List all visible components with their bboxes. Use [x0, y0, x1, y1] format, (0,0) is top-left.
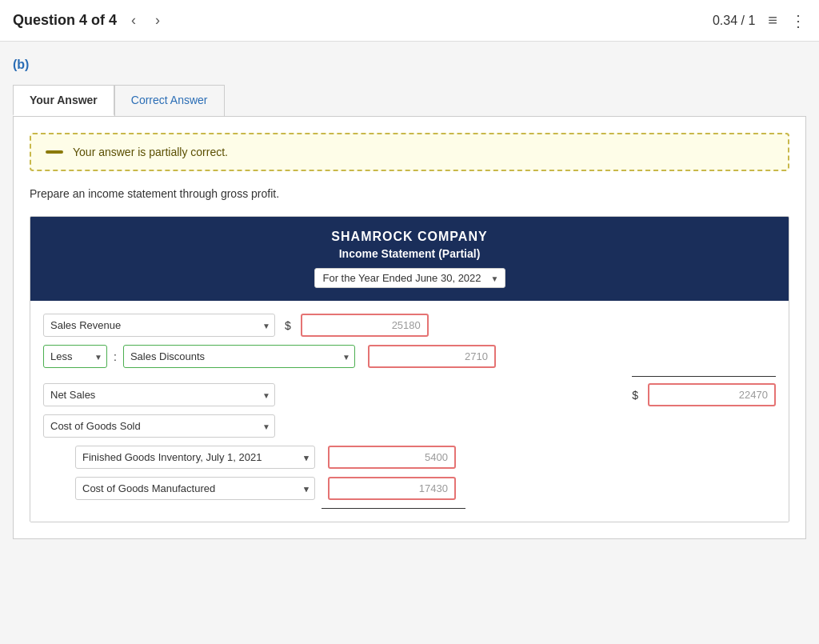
cogs-select[interactable]: Cost of Goods Sold: [43, 414, 275, 438]
cogm-select[interactable]: Cost of Goods Manufactured: [75, 477, 315, 500]
finished-goods-input[interactable]: [328, 446, 456, 469]
colon-separator: :: [114, 350, 117, 363]
cogs-select-wrapper[interactable]: Cost of Goods Sold: [43, 414, 275, 438]
partial-text: Your answer is partially correct.: [73, 146, 228, 158]
tab-your-answer[interactable]: Your Answer: [13, 85, 114, 116]
cogm-select-wrapper[interactable]: Cost of Goods Manufactured ▼: [75, 477, 315, 500]
more-icon[interactable]: ⋮: [790, 11, 806, 30]
partial-correct-banner: Your answer is partially correct.: [30, 133, 789, 171]
less-select[interactable]: Less: [43, 345, 107, 368]
tabs-container: Your Answer Correct Answer: [13, 85, 806, 116]
table-row: Net Sales $: [43, 383, 776, 406]
question-title: Question 4 of 4: [13, 12, 117, 29]
net-sales-select[interactable]: Net Sales: [43, 383, 275, 406]
tab-content-your-answer: Your answer is partially correct. Prepar…: [13, 116, 806, 539]
sales-discounts-input[interactable]: [368, 345, 496, 368]
minus-icon: [46, 150, 63, 154]
cogm-input[interactable]: [328, 477, 456, 500]
header-right: 0.34 / 1 ≡ ⋮: [713, 11, 806, 30]
period-wrapper[interactable]: For the Year Ended June 30, 2022: [314, 268, 505, 288]
table-row: Cost of Goods Sold: [43, 414, 776, 438]
sales-revenue-input[interactable]: [301, 314, 429, 337]
sales-discounts-select[interactable]: Sales Discounts: [123, 345, 355, 368]
table-row: Cost of Goods Manufactured ▼: [75, 477, 776, 500]
income-statement: SHAMROCK COMPANY Income Statement (Parti…: [30, 216, 789, 522]
table-row: Finished Goods Inventory, July 1, 2021 ▼: [75, 446, 776, 469]
instruction-text: Prepare an income statement through gros…: [30, 187, 789, 200]
sales-revenue-select[interactable]: Sales Revenue: [43, 314, 275, 337]
period-select[interactable]: For the Year Ended June 30, 2022: [314, 268, 505, 288]
finished-goods-select[interactable]: Finished Goods Inventory, July 1, 2021: [75, 446, 315, 469]
net-sales-select-wrapper[interactable]: Net Sales: [43, 383, 275, 406]
part-label: (b): [13, 58, 806, 72]
statement-body: Sales Revenue $ Less :: [30, 301, 789, 522]
prev-button[interactable]: ‹: [126, 9, 141, 32]
table-row: Less : Sales Discounts: [43, 345, 776, 368]
net-sales-input[interactable]: [648, 383, 776, 406]
main-content: (b) Your Answer Correct Answer Your answ…: [0, 42, 819, 644]
dollar-sign-2: $: [629, 389, 641, 402]
sales-revenue-select-wrapper[interactable]: Sales Revenue: [43, 314, 275, 337]
finished-goods-select-wrapper[interactable]: Finished Goods Inventory, July 1, 2021 ▼: [75, 446, 315, 469]
next-button[interactable]: ›: [150, 9, 165, 32]
list-icon[interactable]: ≡: [768, 11, 777, 30]
statement-header: SHAMROCK COMPANY Income Statement (Parti…: [30, 217, 789, 301]
statement-type: Income Statement (Partial): [43, 247, 776, 260]
table-row: Sales Revenue $: [43, 314, 776, 337]
sales-discounts-select-wrapper[interactable]: Sales Discounts: [123, 345, 355, 368]
company-name: SHAMROCK COMPANY: [43, 230, 776, 244]
page-header: Question 4 of 4 ‹ › 0.34 / 1 ≡ ⋮: [0, 0, 819, 42]
header-left: Question 4 of 4 ‹ ›: [13, 9, 165, 32]
score-display: 0.34 / 1: [713, 14, 755, 28]
less-select-wrapper[interactable]: Less: [43, 345, 107, 368]
dollar-sign-1: $: [282, 319, 294, 332]
tab-correct-answer[interactable]: Correct Answer: [114, 85, 225, 116]
